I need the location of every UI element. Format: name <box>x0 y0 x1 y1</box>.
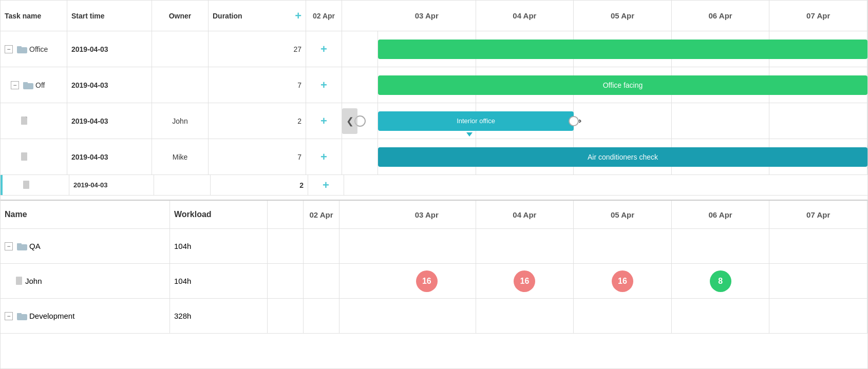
wl-date-06apr-header: 06 Apr <box>672 201 770 228</box>
duration-cell-1: 27 <box>209 31 306 67</box>
wl-date-07apr-header: 07 Apr <box>769 201 867 228</box>
wl-spacer-qa <box>268 229 304 263</box>
add-task-3[interactable]: + <box>306 103 342 139</box>
gantt-header-left: Task name Start time Owner Duration + 02… <box>1 1 378 31</box>
wl-workload-qa: 104h <box>170 229 268 263</box>
wl-date-04apr-header: 04 Apr <box>476 201 574 228</box>
gantt-bar-3[interactable]: Interior office ⇔ <box>378 111 574 131</box>
add-task-5[interactable]: + <box>308 175 344 195</box>
wl-cell-07apr-dev <box>769 299 867 333</box>
duration-label: Duration <box>213 12 242 20</box>
duration-cell-4: 7 <box>209 139 306 174</box>
col-header-02apr: 02 Apr <box>306 1 342 31</box>
wl-cell-03apr-qa <box>378 229 476 263</box>
wl-cell-06apr-qa <box>672 229 770 263</box>
gantt-cell-02apr-4 <box>342 139 378 174</box>
file-icon-4 <box>21 152 28 162</box>
gantt-header-right: 03 Apr 04 Apr 05 Apr 06 Apr 07 Apr <box>378 1 867 31</box>
wl-collapse-dev[interactable]: − <box>5 312 13 320</box>
add-column-icon[interactable]: + <box>295 9 301 23</box>
wl-name-text-dev: Development <box>29 312 74 320</box>
wl-cell-06apr-john: 8 <box>672 264 770 298</box>
wl-col-02apr-header: 02 Apr <box>304 201 339 228</box>
col-header-owner: Owner <box>152 1 209 31</box>
file-icon-5 <box>23 181 30 190</box>
wl-spacer-dev <box>268 299 304 333</box>
duration-cell-2: 7 <box>209 67 306 103</box>
svg-rect-3 <box>23 82 28 84</box>
wl-date-03apr-header: 03 Apr <box>378 201 476 228</box>
wl-cell-03apr-john: 16 <box>378 264 476 298</box>
svg-rect-1 <box>17 46 22 48</box>
gantt-cell-02apr-2 <box>342 67 378 103</box>
gantt-container: Task name Start time Owner Duration + 02… <box>0 0 868 369</box>
duration-cell-3: 2 <box>209 103 306 139</box>
wl-right-qa <box>378 229 867 263</box>
wl-name-dev: − Development <box>1 299 170 333</box>
date-col-05apr-header: 05 Apr <box>574 1 672 31</box>
owner-cell-5 <box>154 175 211 195</box>
workload-section: Name Workload 02 Apr 03 Apr 04 Apr 05 <box>1 201 867 368</box>
task-name-label: Task name <box>5 12 41 20</box>
add-task-4[interactable]: + <box>306 139 342 174</box>
task-name-cell-1: − Office <box>1 31 67 67</box>
wl-row-dev: − Development 328h <box>1 299 867 334</box>
svg-rect-5 <box>21 152 27 161</box>
bar-label-4: Air conditioners check <box>588 153 658 161</box>
wl-name-john: John <box>1 264 170 298</box>
owner-cell-3: John <box>152 103 209 139</box>
wl-workload-john: 104h <box>170 264 268 298</box>
gantt-bar-4[interactable]: Air conditioners check ❯ <box>378 147 867 167</box>
svg-rect-9 <box>16 277 22 285</box>
gantt-bar-1[interactable] <box>378 40 867 59</box>
wl-cell-03apr-dev <box>378 299 476 333</box>
wl-date-05apr-header: 05 Apr <box>574 201 672 228</box>
bar-circle-right-3[interactable] <box>569 116 579 126</box>
wl-cell-04apr-dev <box>476 299 574 333</box>
workload-header-row: Name Workload 02 Apr 03 Apr 04 Apr 05 <box>1 201 867 229</box>
start-time-cell-1: 2019-04-03 <box>67 31 152 67</box>
wl-folder-icon-qa <box>17 242 27 250</box>
start-date-1: 2019-04-03 <box>71 45 108 53</box>
folder-icon-1 <box>17 45 27 53</box>
wl-right-dev <box>378 299 867 333</box>
nav-left-arrow[interactable]: ❮ <box>342 108 357 134</box>
wl-col-name-header: Name <box>1 201 170 228</box>
add-task-1[interactable]: + <box>306 31 342 67</box>
wl-workload-dev: 328h <box>170 299 268 333</box>
bar-progress-marker <box>466 132 473 137</box>
collapse-icon-1[interactable]: − <box>5 45 13 53</box>
add-task-2[interactable]: + <box>306 67 342 103</box>
folder-icon-2 <box>23 81 33 89</box>
date-col-07apr-header: 07 Apr <box>769 1 867 31</box>
start-time-cell-3: 2019-04-03 <box>67 103 152 139</box>
wl-left-dev: − Development 328h <box>1 299 378 333</box>
bar-label-3: Interior office <box>457 117 495 125</box>
collapse-icon-2[interactable]: − <box>11 81 19 89</box>
gantt-bar-area-4: Air conditioners check ❯ <box>378 139 867 174</box>
owner-cell-4: Mike <box>152 139 209 174</box>
owner-cell-1 <box>152 31 209 67</box>
col-header-task-name: Task name <box>1 1 67 31</box>
start-time-cell-2: 2019-04-03 <box>67 67 152 103</box>
svg-rect-8 <box>17 243 22 245</box>
wl-collapse-qa[interactable]: − <box>5 242 13 250</box>
wl-cell-07apr-john <box>769 264 867 298</box>
wl-left-john: John 104h <box>1 264 378 298</box>
svg-rect-6 <box>23 181 29 189</box>
gantt-bar-2[interactable]: Office facing <box>378 75 867 95</box>
wl-col-workload-header: Workload <box>170 201 268 228</box>
wl-02apr-qa <box>304 229 339 263</box>
wl-right-john: 16 16 16 8 <box>378 264 867 298</box>
gantt-cell-02apr-1 <box>342 31 378 67</box>
wl-cell-07apr-qa <box>769 229 867 263</box>
col-header-duration: Duration + <box>209 1 306 31</box>
duration-val-1: 27 <box>293 45 301 53</box>
task-name-cell-3 <box>1 103 67 139</box>
gantt-02apr-cell-3: ❮ <box>342 103 378 139</box>
wl-header-right: 03 Apr 04 Apr 05 Apr 06 Apr 07 Apr <box>378 201 867 228</box>
gantt-row-1: − Office 2019-04-03 27 + <box>1 31 867 67</box>
start-time-label: Start time <box>71 12 105 20</box>
wl-header-left: Name Workload 02 Apr <box>1 201 378 228</box>
wl-cell-04apr-qa <box>476 229 574 263</box>
